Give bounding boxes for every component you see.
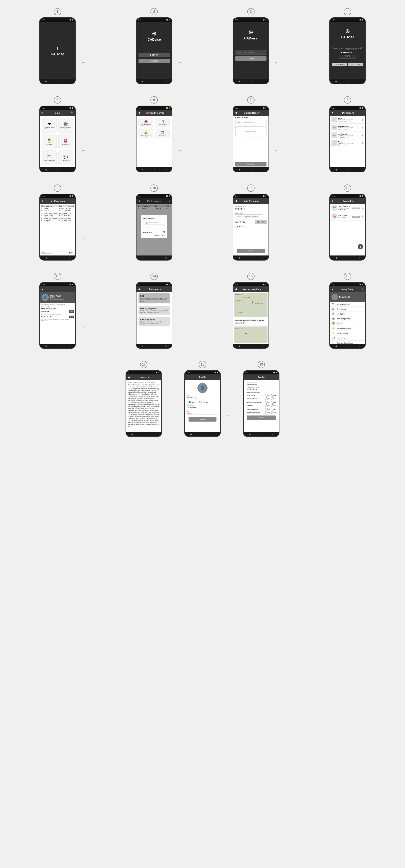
report-desc-input[interactable] <box>235 120 266 124</box>
report-item-4[interactable]: ECG ECG 23-Feb-2017 05:54 PM Desc : 1 fi… <box>330 140 365 147</box>
menu-financing[interactable]: 💳 Financing Option <box>330 326 365 331</box>
calendar-icon-10[interactable]: 📅 <box>163 231 165 233</box>
repeat-checkbox[interactable] <box>235 225 237 228</box>
recent-btn-14[interactable]: □ <box>166 345 167 347</box>
report-item-2[interactable]: RPT Blood Report 09-Mar-2017 10:02 PM To… <box>330 124 365 131</box>
yes-radio-2[interactable] <box>265 398 268 400</box>
recent-btn-12[interactable]: □ <box>359 257 360 259</box>
back-icon-9[interactable]: ◀ <box>41 200 43 202</box>
back-btn-8[interactable]: ◀ <box>335 168 337 171</box>
menu-icon[interactable]: ≡ <box>41 112 43 114</box>
back-btn-1[interactable]: ◀ <box>45 80 47 83</box>
recent-btn-5[interactable]: □ <box>69 168 70 171</box>
menu-health-corner[interactable]: ❤ My health corner <box>330 302 365 307</box>
expense-amount-input[interactable] <box>143 226 165 230</box>
menu-rate[interactable]: ⭐ Rate Cadwise <box>330 331 365 336</box>
home-btn-3[interactable]: ○ <box>251 80 252 83</box>
doctor-btn[interactable]: DOCTOR <box>139 53 170 57</box>
no-radio-1[interactable] <box>271 394 273 397</box>
recent-btn-2[interactable]: □ <box>166 80 167 83</box>
patient-btn[interactable]: PATIENT <box>139 59 170 63</box>
call-btn-2[interactable]: Call <box>69 316 74 318</box>
delete-icon-2[interactable]: 🗑 <box>361 126 364 129</box>
back-btn-15[interactable]: ◀ <box>238 345 240 347</box>
my-reports-btn[interactable]: 📋 My Reports <box>155 118 170 127</box>
menu-terms[interactable]: 📄 Terms & Conditions <box>330 341 365 344</box>
back-btn-13[interactable]: ◀ <box>45 345 47 347</box>
home-btn-9[interactable]: ○ <box>57 257 58 259</box>
reminder-item-1[interactable]: 📅 Appointment with Dr. Sikandar 04:19 PM… <box>330 204 365 212</box>
reminder-item-2[interactable]: 💊 Medicines 03:19 PM Repeated 🗑 <box>330 212 365 220</box>
home-btn-7[interactable]: ○ <box>251 168 252 171</box>
cancel-expense-btn[interactable]: CANCEL <box>154 235 161 236</box>
delete-icon-3[interactable]: 🗑 <box>361 134 364 136</box>
yes-radio-1[interactable] <box>265 394 268 397</box>
back-btn-12[interactable]: ◀ <box>335 257 337 259</box>
reminders-btn[interactable]: ⏰ Reminders <box>155 129 170 138</box>
menu-doctor[interactable]: 👨‍⚕️ My Doctor <box>330 312 365 316</box>
recent-btn-13[interactable]: □ <box>69 345 70 347</box>
back-icon-17[interactable]: ◀ <box>128 376 129 379</box>
menu-emergency[interactable]: 🚨 Emergency <box>330 307 365 312</box>
home-btn-19[interactable]: ○ <box>261 433 262 435</box>
menu-feedback[interactable]: 💬 Feedback <box>330 336 365 341</box>
back-btn-5[interactable]: ◀ <box>45 168 47 171</box>
home-btn-16[interactable]: ○ <box>347 345 348 347</box>
submit-conditions-btn-19[interactable]: SUBMIT <box>247 415 276 420</box>
submit-profile-btn-18[interactable]: SUBMIT <box>189 417 216 422</box>
search-icon[interactable]: 🔍 <box>71 112 74 114</box>
delete-reminder-1[interactable]: 🗑 <box>361 207 364 209</box>
recent-btn-11[interactable]: □ <box>262 257 263 259</box>
nearby-hospitals-item[interactable]: Nearby Hospitals Find the nearest hospit… <box>139 306 170 315</box>
send-again-btn[interactable]: SEND AGAIN <box>348 63 363 66</box>
delete-icon-1[interactable]: 🗑 <box>361 119 364 121</box>
menu-events[interactable]: 📆 Events <box>330 321 365 326</box>
yes-radio-4[interactable] <box>265 404 268 407</box>
back-btn-19[interactable]: ◀ <box>249 433 251 435</box>
yes-radio-3[interactable] <box>265 401 268 404</box>
home-btn-4[interactable]: ○ <box>347 80 348 83</box>
back-icon-12[interactable]: ◀ <box>331 200 333 202</box>
submit-report-btn[interactable]: SUBMIT <box>235 162 266 166</box>
expense-desc-input[interactable] <box>143 221 165 225</box>
report-item-1[interactable]: ECG ECG 09-Mar-2017 06:35 PM 1 file, 1 I… <box>330 116 365 124</box>
recent-btn-4[interactable]: □ <box>359 80 360 83</box>
back-icon-6[interactable]: ◀ <box>138 112 140 114</box>
delete-icon-4[interactable]: 🗑 <box>361 142 364 145</box>
book-appointment-btn[interactable]: 📅 Book Appointment <box>42 151 57 165</box>
ambulance-item[interactable]: Call Ambulance 108 is a free telephone n… <box>139 317 170 326</box>
home-btn-10[interactable]: ○ <box>154 257 155 259</box>
back-btn-6[interactable]: ◀ <box>142 168 143 171</box>
back-btn-4[interactable]: ◀ <box>335 80 337 83</box>
reminder-desc-input[interactable] <box>235 214 263 219</box>
back-btn-9[interactable]: ◀ <box>45 257 47 259</box>
no-radio-3[interactable] <box>271 401 273 404</box>
home-btn-1[interactable]: ○ <box>57 80 58 83</box>
home-btn-2[interactable]: ○ <box>154 80 155 83</box>
back-icon-15[interactable]: ◀ <box>235 288 236 290</box>
add-expense-icon[interactable]: + <box>72 200 73 202</box>
set-text-btn[interactable]: SET TEXT <box>255 220 267 224</box>
yes-radio-6[interactable] <box>265 411 268 414</box>
upload-area[interactable]: + Add Report <box>235 126 266 136</box>
back-btn-18[interactable]: ◀ <box>190 433 192 435</box>
no-radio-4[interactable] <box>271 404 273 407</box>
no-radio-2[interactable] <box>271 398 273 400</box>
recent-btn-17[interactable]: □ <box>155 433 156 435</box>
add-reminder-fab[interactable]: + <box>358 244 363 249</box>
home-btn-6[interactable]: ○ <box>154 168 155 171</box>
back-icon-14[interactable]: ◀ <box>138 288 140 290</box>
knowledge-centre-btn[interactable]: 📚 Knowledge centre <box>58 118 73 132</box>
delete-reminder-2[interactable]: 🗑 <box>361 216 364 218</box>
back-icon-7[interactable]: ◀ <box>235 112 236 114</box>
home-btn-12[interactable]: ○ <box>347 257 348 259</box>
back-btn-3[interactable]: ◀ <box>238 80 240 83</box>
upload-report-btn[interactable]: 📤 Upload Report <box>139 118 153 127</box>
my-doctor-btn[interactable]: 👨‍⚕️ My doctor <box>42 134 57 149</box>
my-health-corner-btn[interactable]: ❤ My health corner <box>42 118 57 132</box>
recent-btn-9[interactable]: □ <box>69 257 70 259</box>
home-btn-15[interactable]: ○ <box>251 345 252 347</box>
recent-btn-18[interactable]: □ <box>214 433 215 435</box>
report-item-3[interactable]: ANG Angiography 23-Feb-2017 06:58 PM Ang… <box>330 131 365 140</box>
home-btn-17[interactable]: ○ <box>143 433 145 435</box>
